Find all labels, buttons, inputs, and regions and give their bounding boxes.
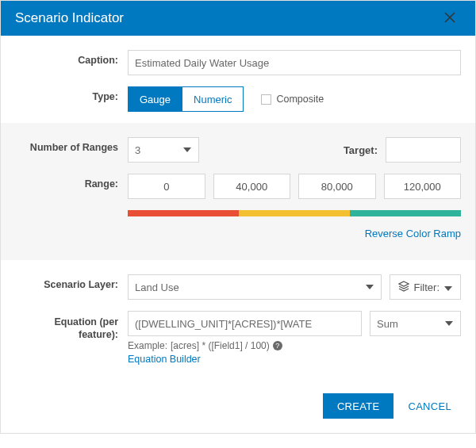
color-ramp — [128, 210, 461, 216]
reverse-color-ramp-link[interactable]: Reverse Color Ramp — [128, 228, 461, 239]
ramp-seg-1 — [239, 210, 350, 216]
equation-builder-link[interactable]: Equation Builder — [128, 354, 461, 365]
equation-example: Example: [acres] * ([Field1] / 100) ? — [128, 340, 461, 351]
filter-label: Filter: — [414, 281, 440, 293]
target-label: Target: — [344, 144, 386, 156]
target-input[interactable] — [386, 137, 461, 163]
aggregation-select[interactable] — [370, 311, 461, 336]
cancel-button[interactable]: CANCEL — [401, 393, 458, 419]
create-button[interactable]: CREATE — [323, 393, 394, 419]
ranges-panel: Number of Ranges Target: Range: — [1, 123, 475, 260]
dialog-title: Scenario Indicator — [15, 10, 124, 25]
titlebar: Scenario Indicator — [1, 1, 475, 36]
scenario-layer-select[interactable] — [128, 274, 382, 300]
ramp-seg-2 — [350, 210, 461, 216]
equation-label: Equation (per feature): — [15, 311, 128, 342]
type-label: Type: — [15, 86, 128, 102]
example-prefix: Example: — [128, 340, 167, 351]
scenario-layer-label: Scenario Layer: — [15, 274, 128, 290]
range-input-3[interactable] — [384, 174, 462, 199]
composite-checkbox-wrap[interactable]: Composite — [261, 86, 324, 112]
composite-label: Composite — [276, 94, 324, 105]
layers-icon — [398, 281, 409, 294]
example-text: [acres] * ([Field1] / 100) — [171, 340, 270, 351]
composite-checkbox[interactable] — [261, 94, 271, 105]
type-gauge-button[interactable]: Gauge — [128, 86, 182, 112]
caption-input[interactable] — [128, 50, 461, 75]
equation-input[interactable] — [128, 311, 362, 336]
num-ranges-label: Number of Ranges — [15, 137, 128, 153]
caption-label: Caption: — [15, 50, 128, 66]
type-toggle: Gauge Numeric — [128, 86, 244, 112]
range-input-1[interactable] — [213, 174, 291, 199]
help-icon[interactable]: ? — [273, 341, 282, 350]
num-ranges-select[interactable] — [128, 137, 199, 163]
scenario-indicator-dialog: Scenario Indicator Caption: Type: Gauge … — [0, 0, 476, 434]
chevron-down-icon — [444, 281, 452, 293]
range-input-2[interactable] — [298, 174, 376, 199]
close-icon[interactable] — [432, 1, 467, 36]
filter-button[interactable]: Filter: — [390, 274, 462, 300]
range-input-0[interactable] — [128, 174, 205, 199]
type-numeric-button[interactable]: Numeric — [182, 86, 244, 112]
ramp-seg-0 — [128, 210, 239, 216]
dialog-footer: CREATE CANCEL — [1, 384, 475, 433]
range-label: Range: — [15, 174, 128, 190]
